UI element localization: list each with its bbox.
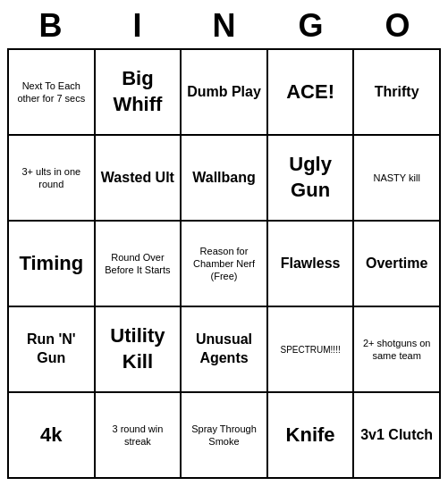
cell-1-1[interactable]: Wasted Ult [96,136,182,222]
cell-0-4[interactable]: Thrifty [354,50,441,136]
cell-1-0[interactable]: 3+ ults in one round [9,136,96,222]
cell-0-2[interactable]: Dumb Play [182,50,268,136]
cell-1-3[interactable]: Ugly Gun [268,136,355,222]
cell-4-3[interactable]: Knife [268,393,355,479]
bingo-grid: Next To Each other for 7 secs Big Whiff … [7,48,441,479]
cell-3-0[interactable]: Run 'N' Gun [9,307,96,393]
cell-3-4[interactable]: 2+ shotguns on same team [354,307,441,393]
cell-3-3[interactable]: SPECTRUM!!!! [268,307,355,393]
cell-2-1[interactable]: Round Over Before It Starts [96,222,182,307]
cell-0-1[interactable]: Big Whiff [96,50,182,136]
cell-4-0[interactable]: 4k [9,393,96,479]
cell-2-4[interactable]: Overtime [354,222,441,307]
cell-1-4[interactable]: NASTY kill [354,136,441,222]
letter-b: B [12,7,90,45]
cell-3-1[interactable]: Utility Kill [96,307,182,393]
cell-0-3[interactable]: ACE! [268,50,355,136]
cell-2-3[interactable]: Flawless [268,222,355,307]
letter-o: O [359,7,437,45]
cell-4-4[interactable]: 3v1 Clutch [354,393,441,479]
cell-1-2[interactable]: Wallbang [182,136,268,222]
cell-0-0[interactable]: Next To Each other for 7 secs [9,50,96,136]
cell-2-2[interactable]: Reason for Chamber Nerf (Free) [182,222,268,307]
letter-n: N [185,7,264,45]
cell-4-1[interactable]: 3 round win streak [96,393,182,479]
bingo-header: B I N G O [7,7,441,45]
letter-g: G [272,7,351,45]
cell-4-2[interactable]: Spray Through Smoke [182,393,268,479]
letter-i: I [98,7,177,45]
cell-3-2[interactable]: Unusual Agents [182,307,268,393]
cell-2-0[interactable]: Timing [9,222,96,307]
